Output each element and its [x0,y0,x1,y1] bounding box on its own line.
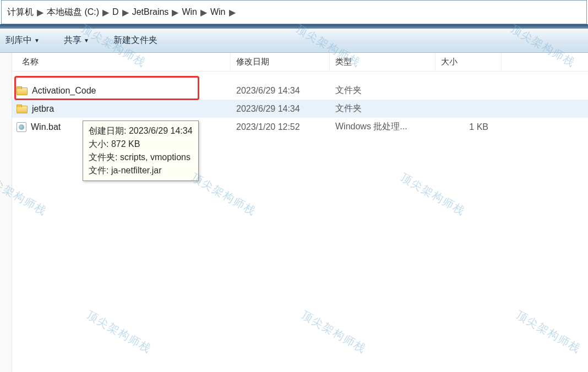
file-size: 1 KB [435,122,502,132]
toolbar-label: 共享 [64,35,81,46]
column-date[interactable]: 修改日期 [231,53,330,71]
file-type: 文件夹 [330,85,435,96]
toolbar-label: 到库中 [6,35,32,46]
breadcrumb-item[interactable]: 本地磁盘 (C:) [45,7,101,18]
chevron-right-icon: ▶ [228,7,237,18]
file-type: Windows 批处理... [330,121,435,133]
file-row[interactable]: Activation_Code2023/6/29 14:34文件夹 [12,81,588,100]
column-name[interactable]: 名称 [12,53,231,71]
column-headers: 名称 修改日期 类型 大小 [12,53,588,72]
batch-file-icon [17,122,26,132]
nav-pane[interactable] [0,53,12,372]
file-date: 2023/6/29 14:34 [231,86,330,96]
tooltip-line: 文件: ja-netfilter.jar [89,164,193,177]
file-date: 2023/1/20 12:52 [231,122,330,132]
file-list: 名称 修改日期 类型 大小 Activation_Code2023/6/29 1… [12,53,588,372]
share-button[interactable]: 共享 ▼ [58,29,95,52]
file-row[interactable]: jetbra2023/6/29 14:34文件夹 [12,100,588,118]
file-name: Activation_Code [32,86,96,96]
breadcrumb-item[interactable]: Win [208,7,228,17]
include-in-library-button[interactable]: 到库中 ▼ [0,29,45,52]
toolbar-label: 新建文件夹 [113,35,157,46]
dropdown-icon: ▼ [34,37,40,43]
chevron-right-icon: ▶ [171,7,179,18]
breadcrumb-item[interactable]: D [110,7,121,17]
folder-icon [17,86,28,95]
breadcrumb-item[interactable]: JetBrains [130,7,171,17]
tooltip-line: 创建日期: 2023/6/29 14:34 [89,124,193,138]
chevron-right-icon: ▶ [121,7,130,18]
tooltip: 创建日期: 2023/6/29 14:34大小: 872 KB文件夹: scri… [83,121,199,181]
chevron-right-icon: ▶ [36,7,45,18]
address-bar[interactable]: 计算机 ▶ 本地磁盘 (C:) ▶ D ▶ JetBrains ▶ Win ▶ … [1,0,587,24]
file-date: 2023/6/29 14:34 [231,104,330,114]
breadcrumb-item[interactable]: Win [179,7,199,17]
tooltip-line: 大小: 872 KB [89,138,193,151]
file-name: Win.bat [31,122,61,132]
separator [0,24,588,29]
toolbar: 到库中 ▼ 共享 ▼ 新建文件夹 [0,29,588,53]
column-size[interactable]: 大小 [435,53,502,71]
breadcrumb-item[interactable]: 计算机 [5,7,36,18]
column-type[interactable]: 类型 [330,53,435,71]
chevron-right-icon: ▶ [101,7,110,18]
folder-icon [17,105,28,113]
new-folder-button[interactable]: 新建文件夹 [108,29,163,52]
dropdown-icon: ▼ [84,37,89,43]
file-name: jetbra [32,104,54,114]
file-type: 文件夹 [330,103,435,114]
tooltip-line: 文件夹: scripts, vmoptions [89,151,193,164]
chevron-right-icon: ▶ [199,7,208,18]
